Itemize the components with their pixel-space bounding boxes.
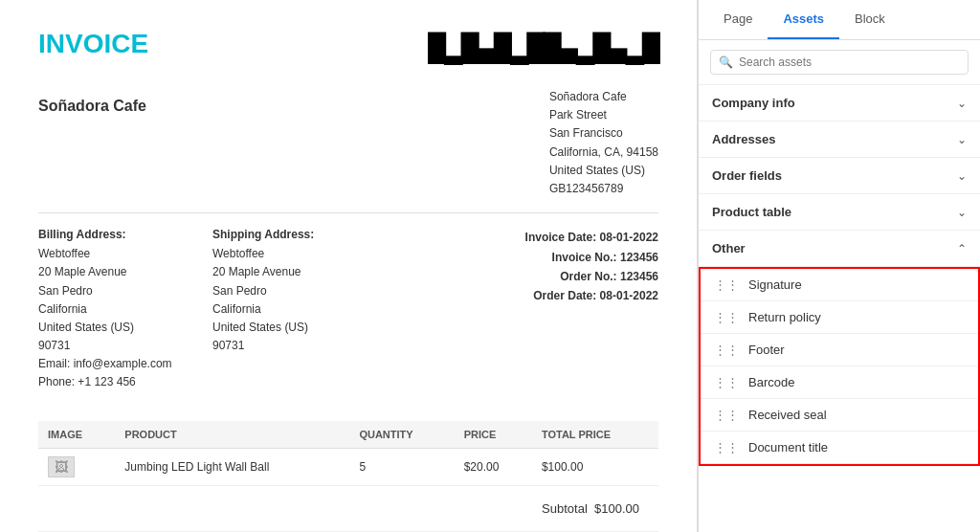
billing-address-lines: Webtoffee 20 Maple Avenue San Pedro Cali… (38, 245, 174, 392)
col-quantity: QUANTITY (349, 421, 454, 449)
product-qty-cell: 5 (349, 448, 454, 485)
col-product: PRODUCT (115, 421, 349, 449)
tab-block[interactable]: Block (839, 0, 901, 39)
col-price: PRICE (455, 421, 532, 449)
barcode-image: █▂█▄█▂██▄▂█▄▂█ (428, 29, 658, 67)
search-box: 🔍 (699, 40, 980, 85)
grid-icon-received-seal: ⋮⋮ (714, 408, 739, 422)
section-addresses[interactable]: Addresses ⌄ (699, 122, 980, 158)
invoice-title: INVOICE (38, 29, 148, 59)
shipping-address-block: Shipping Address: Webtoffee 20 Maple Ave… (212, 228, 348, 392)
chevron-order-fields-icon: ⌄ (957, 169, 967, 183)
shipping-address-lines: Webtoffee 20 Maple Avenue San Pedro Cali… (212, 245, 348, 355)
sidebar-tabs: Page Assets Block (699, 0, 980, 40)
section-company-info[interactable]: Company info ⌄ (699, 85, 980, 122)
company-address: Soñadora Cafe Park Street San Francisco … (549, 88, 658, 198)
grid-icon-document-title: ⋮⋮ (714, 440, 739, 454)
grid-icon-barcode: ⋮⋮ (714, 375, 739, 389)
product-total-cell: $100.00 (532, 448, 658, 485)
product-name-cell: Jumbing LED Light Wall Ball (115, 448, 349, 485)
tab-assets[interactable]: Assets (768, 0, 839, 39)
company-name: Soñadora Cafe (38, 98, 146, 198)
product-image-placeholder: 🖼 (48, 456, 75, 477)
asset-item-document-title[interactable]: ⋮⋮ Document title (701, 432, 978, 464)
chevron-other-icon: ⌃ (957, 242, 967, 255)
divider-1 (38, 212, 658, 213)
product-price-cell: $20.00 (455, 448, 532, 485)
table-row: 🖼 Jumbing LED Light Wall Ball 5 $20.00 $… (38, 448, 658, 485)
subtotal-row: Subtotal $100.00 (48, 494, 649, 523)
other-section-items: ⋮⋮ Signature ⋮⋮ Return policy ⋮⋮ Footer … (699, 267, 980, 466)
invoice-panel: INVOICE █▂█▄█▂██▄▂█▄▂█ Soñadora Cafe Soñ… (0, 0, 698, 532)
search-wrapper[interactable]: 🔍 (710, 50, 969, 75)
invoice-meta: Invoice Date: 08-01-2022 Invoice No.: 12… (348, 228, 658, 306)
tab-page[interactable]: Page (708, 0, 768, 39)
col-total: TOTAL PRICE (532, 421, 658, 449)
product-image-cell: 🖼 (38, 448, 115, 485)
grid-icon-return-policy: ⋮⋮ (714, 310, 739, 324)
search-input[interactable] (739, 55, 960, 69)
product-table: IMAGE PRODUCT QUANTITY PRICE TOTAL PRICE… (38, 421, 658, 532)
section-other[interactable]: Other ⌃ (699, 231, 980, 267)
asset-item-return-policy[interactable]: ⋮⋮ Return policy (701, 301, 978, 334)
asset-item-signature[interactable]: ⋮⋮ Signature (701, 269, 978, 301)
asset-item-received-seal[interactable]: ⋮⋮ Received seal (701, 399, 978, 432)
asset-item-barcode[interactable]: ⋮⋮ Barcode (701, 366, 978, 399)
sidebar: Page Assets Block 🔍 Company info ⌄ Addre… (698, 0, 980, 532)
chevron-product-table-icon: ⌄ (957, 206, 967, 219)
search-icon: 🔍 (719, 55, 733, 69)
chevron-addresses-icon: ⌄ (957, 133, 967, 146)
grid-icon-footer: ⋮⋮ (714, 343, 739, 357)
col-image: IMAGE (38, 421, 115, 449)
asset-item-footer[interactable]: ⋮⋮ Footer (701, 334, 978, 366)
section-order-fields[interactable]: Order fields ⌄ (699, 158, 980, 194)
section-product-table[interactable]: Product table ⌄ (699, 194, 980, 231)
chevron-company-icon: ⌄ (957, 97, 967, 110)
billing-address-block: Billing Address: Webtoffee 20 Maple Aven… (38, 228, 174, 392)
grid-icon-signature: ⋮⋮ (714, 277, 739, 292)
